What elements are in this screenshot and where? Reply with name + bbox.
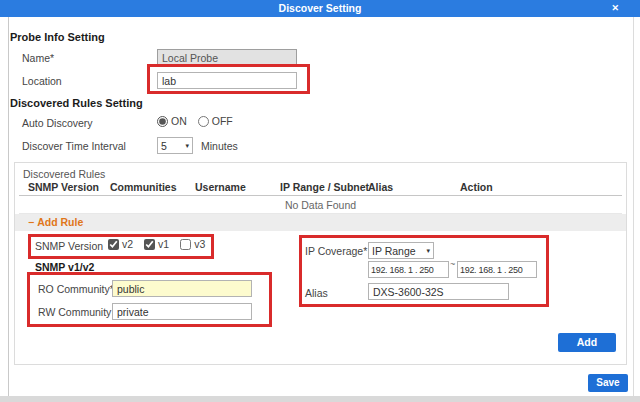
snmp-v3-option[interactable]: v3 xyxy=(180,238,205,250)
column-username: Username xyxy=(195,179,246,196)
column-ip-range-subnet: IP Range / Subnet xyxy=(280,179,369,196)
add-rule-toggle[interactable]: −Add Rule xyxy=(15,214,626,231)
column-communities: Communities xyxy=(110,179,177,196)
auto-discovery-on-option[interactable]: ON xyxy=(157,115,187,127)
ip-coverage-select[interactable]: IP Range ▾ xyxy=(368,242,434,259)
interval-select[interactable]: 5 ▾ xyxy=(157,137,193,154)
interval-value: 5 xyxy=(161,140,167,152)
snmp-version-label: SNMP Version xyxy=(35,240,103,252)
collapse-icon: − xyxy=(28,216,34,228)
snmp-v1-option[interactable]: v1 xyxy=(144,238,169,250)
ip-coverage-value: IP Range xyxy=(372,245,416,257)
snmp-v3-label: v3 xyxy=(194,238,205,250)
dialog-titlebar: Discover Setting ✕ xyxy=(0,0,640,17)
snmp-v1-label: v1 xyxy=(158,238,169,250)
auto-discovery-on-radio[interactable] xyxy=(157,116,168,127)
location-input[interactable] xyxy=(157,72,297,89)
name-label: Name* xyxy=(22,52,54,64)
snmp-v2-label: v2 xyxy=(122,238,133,250)
column-action: Action xyxy=(460,179,493,196)
no-data-row: No Data Found xyxy=(19,197,622,214)
ip-range-separator: ~ xyxy=(450,259,455,269)
snmp-v1v2-heading: SNMP v1/v2 xyxy=(35,261,94,273)
discover-setting-dialog: Discover Setting ✕ Probe Info Setting Na… xyxy=(0,0,640,402)
save-button[interactable]: Save xyxy=(588,374,628,392)
add-button[interactable]: Add xyxy=(558,333,616,352)
auto-discovery-off-option[interactable]: OFF xyxy=(198,115,233,127)
chevron-down-icon: ▾ xyxy=(185,142,189,150)
auto-discovery-label: Auto Discovery xyxy=(22,117,93,129)
add-rule-label: Add Rule xyxy=(37,216,83,228)
auto-discovery-radio-group: ON OFF xyxy=(157,115,233,127)
rw-community-label: RW Community xyxy=(38,306,111,318)
rw-community-input[interactable] xyxy=(112,303,252,320)
alias-label: Alias xyxy=(305,287,328,299)
snmp-v2-checkbox[interactable] xyxy=(108,239,119,250)
ro-community-input[interactable] xyxy=(112,280,252,297)
ip-range-to-input[interactable] xyxy=(457,261,537,278)
name-input xyxy=(157,49,297,66)
close-icon[interactable]: ✕ xyxy=(611,0,619,17)
interval-unit-label: Minutes xyxy=(201,140,238,152)
snmp-v2-option[interactable]: v2 xyxy=(108,238,133,250)
rules-setting-heading: Discovered Rules Setting xyxy=(10,97,143,109)
snmp-version-checkboxes: v2 v1 v3 xyxy=(108,238,205,250)
interval-label: Discover Time Interval xyxy=(22,140,126,152)
ip-range-from-input[interactable] xyxy=(368,261,449,278)
probe-info-heading: Probe Info Setting xyxy=(10,31,105,43)
dialog-title: Discover Setting xyxy=(0,0,640,17)
column-alias: Alias xyxy=(368,179,393,196)
rules-table-header: SNMP Version Communities Username IP Ran… xyxy=(19,179,622,196)
column-snmp-version: SNMP Version xyxy=(28,179,99,196)
dialog-left-border xyxy=(8,17,9,397)
on-label: ON xyxy=(171,115,187,127)
snmp-v3-checkbox[interactable] xyxy=(180,239,191,250)
alias-input[interactable] xyxy=(368,283,509,300)
chevron-down-icon: ▾ xyxy=(426,247,430,255)
off-label: OFF xyxy=(212,115,233,127)
location-label: Location xyxy=(22,75,62,87)
dialog-right-border xyxy=(633,17,634,397)
ro-community-label: RO Community* xyxy=(38,283,114,295)
ip-coverage-label: IP Coverage* xyxy=(305,245,367,257)
snmp-v1-checkbox[interactable] xyxy=(144,239,155,250)
auto-discovery-off-radio[interactable] xyxy=(198,116,209,127)
page-background-strip xyxy=(0,396,640,402)
